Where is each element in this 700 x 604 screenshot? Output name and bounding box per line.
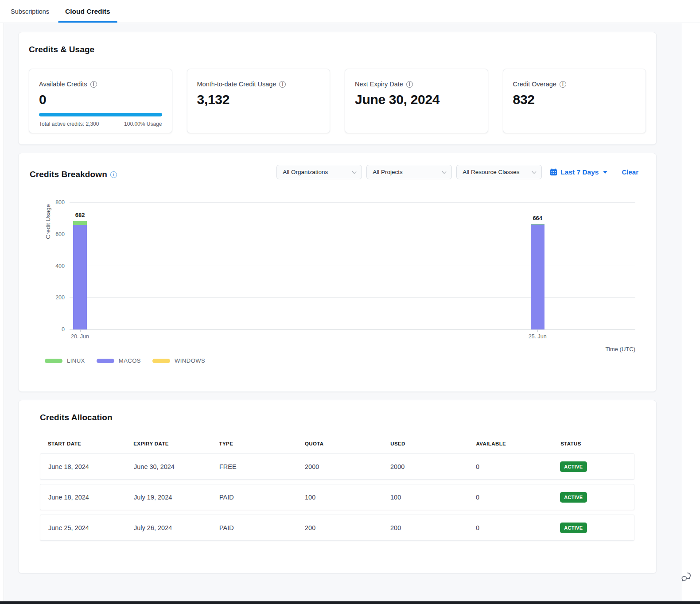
chart-legend: LINUXMACOSWINDOWS <box>45 357 217 364</box>
legend-label: MACOS <box>119 357 141 364</box>
top-tab-bar: Subscriptions Cloud Credits <box>0 0 700 23</box>
mtd-usage-card: Month-to-date Credit Usage 3,132 <box>187 69 331 133</box>
projects-select[interactable]: All Projects <box>366 165 452 179</box>
chart-x-axis-title: Time (UTC) <box>606 346 635 352</box>
legend-item-linux[interactable]: LINUX <box>45 357 85 364</box>
credits-usage-title: Credits & Usage <box>29 45 646 54</box>
next-expiry-label: Next Expiry Date <box>355 81 403 88</box>
credit-overage-card: Credit Overage 832 <box>503 69 646 133</box>
y-axis-tick-label: 400 <box>47 263 65 269</box>
credits-usage-section: Credits & Usage Available Credits 0 Tota… <box>18 32 657 145</box>
page-content: Credits & Usage Available Credits 0 Tota… <box>4 23 682 601</box>
y-axis-tick-label: 600 <box>47 231 65 237</box>
next-expiry-value: June 30, 2024 <box>355 92 478 107</box>
credit-overage-value: 832 <box>513 92 636 107</box>
table-cell-quota: 100 <box>305 494 390 501</box>
table-cell-used: 2000 <box>390 463 476 470</box>
allocation-table-header: START DATEEXPIRY DATETYPEQUOTAUSEDAVAILA… <box>40 441 634 446</box>
date-range-label: Last 7 Days <box>560 168 599 176</box>
credits-allocation-section: Credits Allocation START DATEEXPIRY DATE… <box>18 400 657 573</box>
date-range-picker[interactable]: Last 7 Days <box>550 168 607 176</box>
chart-plot: Credit Usage Time (UTC) LINUXMACOSWINDOW… <box>70 202 635 330</box>
status-badge: ACTIVE <box>560 492 587 503</box>
table-cell-available: 0 <box>476 494 560 501</box>
chevron-down-icon <box>532 169 537 174</box>
organizations-select[interactable]: All Organizations <box>276 165 362 179</box>
resource-classes-select-value: All Resource Classes <box>463 169 519 175</box>
status-badge: ACTIVE <box>560 461 587 472</box>
column-header: QUOTA <box>305 441 390 446</box>
table-cell-start_date: June 18, 2024 <box>48 463 134 470</box>
table-cell-expiry_date: June 30, 2024 <box>134 463 219 470</box>
available-credits-value: 0 <box>39 92 162 107</box>
column-header: AVAILABLE <box>476 441 560 446</box>
chevron-down-icon <box>442 169 447 174</box>
legend-label: WINDOWS <box>175 357 205 364</box>
calendar-icon <box>550 168 557 176</box>
table-cell-status: ACTIVE <box>560 461 634 472</box>
table-cell-status: ACTIVE <box>560 523 634 533</box>
column-header: TYPE <box>219 441 305 446</box>
x-axis-tick <box>80 329 81 332</box>
info-icon[interactable] <box>110 171 117 178</box>
total-active-credits-label: Total active credits: 2,300 <box>39 121 99 127</box>
mtd-usage-value: 3,132 <box>197 92 320 107</box>
bar-segment-macos <box>73 225 87 329</box>
legend-item-windows[interactable]: WINDOWS <box>152 357 205 364</box>
resource-classes-select[interactable]: All Resource Classes <box>456 165 542 179</box>
x-axis-tick <box>537 329 538 332</box>
table-cell-start_date: June 18, 2024 <box>48 494 134 501</box>
table-cell-type: FREE <box>219 463 305 470</box>
dropdown-arrow-icon <box>603 171 607 174</box>
tab-cloud-credits[interactable]: Cloud Credits <box>57 0 118 23</box>
credits-breakdown-title: Credits Breakdown <box>30 170 107 179</box>
gridline <box>70 297 635 298</box>
table-row: June 25, 2024July 26, 2024PAID2002000ACT… <box>40 515 634 541</box>
info-icon[interactable] <box>90 81 97 88</box>
table-cell-expiry_date: July 19, 2024 <box>134 494 219 501</box>
available-credits-card: Available Credits 0 Total active credits… <box>29 69 172 133</box>
credits-breakdown-section: Credits Breakdown All Organizations All … <box>18 153 657 392</box>
credit-overage-label: Credit Overage <box>513 81 556 88</box>
clear-filters-button[interactable]: Clear <box>622 168 638 176</box>
legend-label: LINUX <box>67 357 85 364</box>
legend-swatch <box>152 359 170 363</box>
column-header: USED <box>390 441 476 446</box>
support-chat-icon[interactable] <box>680 571 692 585</box>
table-cell-available: 0 <box>476 463 560 470</box>
usage-percent-label: 100.00% Usage <box>124 121 162 127</box>
y-axis-tick-label: 200 <box>47 294 65 301</box>
table-cell-status: ACTIVE <box>560 492 634 503</box>
y-axis-tick-label: 800 <box>47 199 65 205</box>
chart-bar-25-jun[interactable] <box>531 202 544 329</box>
column-header: START DATE <box>48 441 133 446</box>
info-icon[interactable] <box>406 81 413 88</box>
legend-swatch <box>45 359 62 363</box>
table-row: June 18, 2024June 30, 2024FREE200020000A… <box>40 453 634 480</box>
credits-allocation-title: Credits Allocation <box>40 413 634 422</box>
gridline <box>70 266 635 266</box>
status-badge: ACTIVE <box>560 523 587 533</box>
bar-segment-linux <box>73 221 87 225</box>
mtd-usage-label: Month-to-date Credit Usage <box>197 81 276 88</box>
table-row: June 18, 2024July 19, 2024PAID1001000ACT… <box>40 484 634 510</box>
available-credits-label: Available Credits <box>39 81 87 88</box>
legend-item-macos[interactable]: MACOS <box>97 357 141 364</box>
projects-select-value: All Projects <box>373 169 403 175</box>
column-header: STATUS <box>560 441 634 446</box>
tab-subscriptions[interactable]: Subscriptions <box>3 0 57 23</box>
table-cell-type: PAID <box>219 494 305 501</box>
bar-segment-macos <box>531 225 544 329</box>
table-cell-type: PAID <box>219 524 305 531</box>
legend-swatch <box>97 359 114 363</box>
table-cell-used: 200 <box>390 524 476 531</box>
allocation-table-body: June 18, 2024June 30, 2024FREE200020000A… <box>40 453 634 541</box>
gridline <box>70 202 635 203</box>
info-icon[interactable] <box>279 81 286 88</box>
info-icon[interactable] <box>560 81 566 88</box>
table-cell-used: 100 <box>390 494 476 501</box>
credits-progress-fill <box>39 113 162 116</box>
chart-filters: All Organizations All Projects All Resou… <box>276 165 638 179</box>
chart-bar-20-jun[interactable] <box>73 202 87 329</box>
table-cell-quota: 200 <box>305 524 390 531</box>
